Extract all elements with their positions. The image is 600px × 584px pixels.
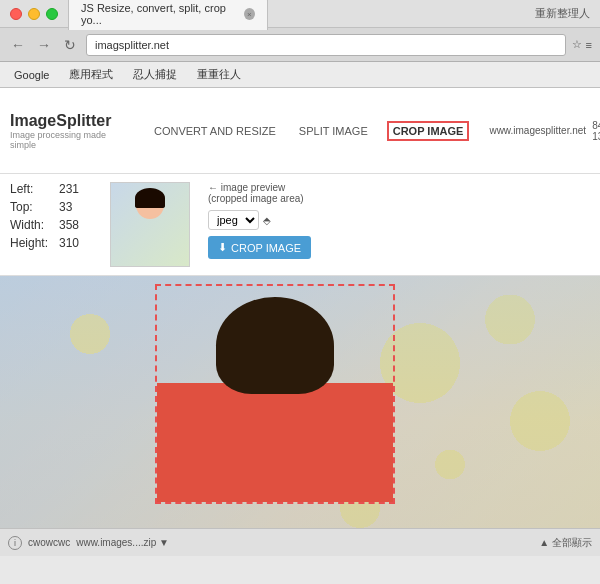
preview-subtext: (cropped image area) [208,193,311,204]
format-select: jpeg png gif ⬘ [208,210,311,230]
param-row-width: Width: 358 [10,218,100,232]
nav-crop[interactable]: CROP IMAGE [387,121,470,141]
nav-links: CONVERT AND RESIZE SPLIT IMAGE CROP IMAG… [150,121,469,141]
back-button[interactable]: ← [8,35,28,55]
address-bar: ← → ↻ imagsplitter.net ☆ ≡ [0,28,600,62]
nav-convert[interactable]: CONVERT AND RESIZE [150,123,280,139]
width-label: Width: [10,218,55,232]
top-label: Top: [10,200,55,214]
bookmark-icons: ☆ ≡ [572,38,592,51]
height-value: 310 [59,236,79,250]
bookmarks-bar: Google 應用程式 忍人捕捉 重重往人 [0,62,600,88]
param-row-top: Top: 33 [10,200,100,214]
maximize-button[interactable] [46,8,58,20]
traffic-lights [10,8,58,20]
logo-title: ImageSplitter [10,112,130,130]
logo-section: ImageSplitter Image processing made simp… [10,112,130,150]
nav-right: www.imagesplitter.net 840×560, 135.2 kB … [489,94,600,167]
thumbnail-image [111,183,189,266]
tab-title: JS Resize, convert, split, crop yo... [81,2,238,26]
star-icon[interactable]: ☆ [572,38,582,51]
browser-tab[interactable]: JS Resize, convert, split, crop yo... × [68,0,268,30]
titlebar-right-text: 重新整理人 [535,6,590,21]
image-size: 840×560, 135.2 kB [592,120,600,142]
address-input[interactable]: imagsplitter.net [86,34,566,56]
status-left: i cwowcwc www.images....zip ▼ [8,536,169,550]
browser-titlebar: JS Resize, convert, split, crop yo... × … [0,0,600,28]
tab-bar: JS Resize, convert, split, crop yo... × [68,0,525,30]
status-bar: i cwowcwc www.images....zip ▼ ▲ 全部顯示 [0,528,600,556]
crop-image-button[interactable]: ⬇ CROP IMAGE [208,236,311,259]
height-label: Height: [10,236,55,250]
bookmark-ninja[interactable]: 忍人捕捉 [127,65,183,84]
person-in-crop [157,286,393,502]
crop-selection[interactable] [155,284,395,504]
left-label: Left: [10,182,55,196]
status-file-text[interactable]: www.images....zip ▼ [76,537,169,548]
site-url: www.imagesplitter.net [489,125,586,136]
crop-btn-label: CROP IMAGE [231,242,301,254]
nav-split[interactable]: SPLIT IMAGE [295,123,372,139]
status-left-text: cwowcwc [28,537,70,548]
reader-icon[interactable]: ≡ [586,39,592,51]
minimize-button[interactable] [28,8,40,20]
tab-close-btn[interactable]: × [244,8,255,20]
top-value: 33 [59,200,72,214]
bookmark-google[interactable]: Google [8,67,55,83]
page-header: ImageSplitter Image processing made simp… [0,88,600,174]
bookmark-apps[interactable]: 應用程式 [63,65,119,84]
param-row-height: Height: 310 [10,236,100,250]
status-right-text[interactable]: ▲ 全部顯示 [539,536,592,550]
crop-params: Left: 231 Top: 33 Width: 358 Height: 310 [10,182,100,267]
format-dropdown[interactable]: jpeg png gif [208,210,259,230]
dropdown-arrow-icon: ⬘ [263,215,271,226]
bookmark-tracking[interactable]: 重重往人 [191,65,247,84]
refresh-button[interactable]: ↻ [60,35,80,55]
preview-info: ← image preview (cropped image area) jpe… [208,182,311,267]
page-content: ImageSplitter Image processing made simp… [0,88,600,556]
preview-thumbnail [110,182,190,267]
person-hair [216,297,334,394]
left-value: 231 [59,182,79,196]
crop-btn-icon: ⬇ [218,241,227,254]
url-display: imagsplitter.net [95,39,169,51]
image-area[interactable] [0,276,600,556]
forward-button[interactable]: → [34,35,54,55]
close-button[interactable] [10,8,22,20]
status-right: ▲ 全部顯示 [539,536,592,550]
background-image [0,276,600,556]
logo-subtitle: Image processing made simple [10,130,130,150]
param-row-left: Left: 231 [10,182,100,196]
main-area: Left: 231 Top: 33 Width: 358 Height: 310… [0,174,600,276]
info-icon: i [8,536,22,550]
width-value: 358 [59,218,79,232]
preview-arrow-text: ← image preview [208,182,311,193]
